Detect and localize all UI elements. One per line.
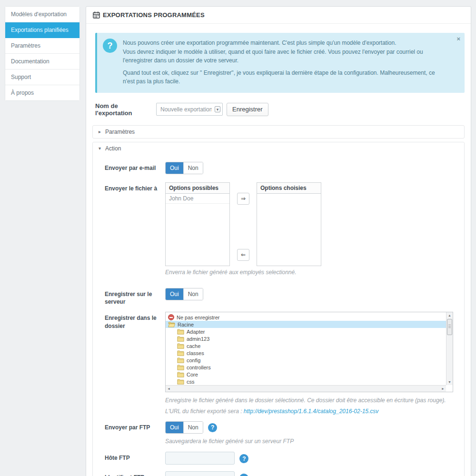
send-email-toggle: Oui Non — [165, 162, 203, 174]
send-file-hint: Enverra le fichier généré aux employés s… — [165, 269, 457, 276]
export-url-prefix: L'URL du fichier exporté sera : — [165, 408, 244, 415]
save-folder-row: Enregistrer dans le dossier Ne pas enreg… — [105, 312, 457, 415]
tree-item-racine[interactable]: Racine — [166, 321, 446, 328]
ftp-label: Envoyer par FTP — [105, 421, 165, 445]
dual-list-controls: ⇒ ⇐ — [230, 182, 257, 266]
options-choisies-header: Options choisies — [257, 182, 321, 194]
folder-icon — [177, 379, 184, 385]
sidebar-item-a-propos[interactable]: À propos — [5, 85, 79, 100]
options-possibles-list[interactable]: John Doe — [165, 194, 230, 266]
dual-listbox: Options possibles John Doe ⇒ ⇐ Options c — [165, 182, 457, 266]
folder-tree: Ne pas enregistrer Racine — [165, 312, 453, 392]
tree-item-label: Core — [187, 372, 198, 377]
info-alert: ? Nous pouvons créer une exportation pro… — [95, 33, 465, 93]
sidebar-item-exportations-planifiees[interactable]: Exportations planifiées — [5, 22, 79, 38]
tree-item-label: Adapter — [187, 329, 205, 335]
panel-header: EXPORTATIONS PROGRAMMÉES — [86, 7, 471, 24]
accordion-parametres-label: Paramètres — [105, 129, 135, 135]
folder-icon — [177, 350, 184, 356]
save-button[interactable]: Enregistrer — [227, 103, 268, 116]
info-alert-text: Nous pouvons créer une exportation progr… — [123, 39, 458, 86]
accordion-action-label: Action — [105, 145, 121, 152]
autofill-icon[interactable]: ▾ — [215, 106, 220, 112]
folder-icon — [177, 343, 184, 349]
caret-down-icon: ▾ — [99, 146, 101, 151]
options-possibles-box: Options possibles John Doe — [165, 182, 230, 266]
accordion-parametres: ▸ Paramètres — [92, 125, 465, 139]
save-folder-label: Enregistrer dans le dossier — [105, 312, 165, 415]
tree-item-folder[interactable]: Core — [166, 371, 446, 378]
scroll-up-icon[interactable]: ▲ — [446, 312, 453, 318]
ftp-user-help-icon[interactable]: ? — [239, 474, 248, 476]
ftp-no-button[interactable]: Non — [183, 422, 203, 433]
vertical-scrollbar-thumb[interactable] — [447, 319, 452, 335]
tree-item-folder[interactable]: css — [166, 378, 446, 385]
accordion-action-header[interactable]: ▾ Action — [93, 142, 464, 155]
tree-item-label: css — [187, 379, 195, 385]
accordion-parametres-header[interactable]: ▸ Paramètres — [92, 125, 465, 139]
tree-item-folder[interactable]: admin123 — [166, 335, 446, 342]
move-left-button[interactable]: ⇐ — [237, 249, 249, 261]
folder-icon — [177, 372, 184, 377]
save-server-toggle: Oui Non — [165, 288, 203, 300]
export-name-input[interactable] — [156, 103, 223, 116]
ftp-user-input[interactable] — [165, 471, 235, 476]
export-name-row: Nom de l'exportation ▾ Enregistrer — [95, 102, 471, 117]
save-server-no-button[interactable]: Non — [183, 288, 203, 300]
action-section-body: Envoyer par e-mail Oui Non Envoyer le fi… — [93, 155, 464, 476]
page: Modèles d'exportation Exportations plani… — [0, 0, 476, 476]
horizontal-scrollbar[interactable]: ◄ ► — [166, 385, 446, 392]
folder-icon — [177, 365, 184, 370]
tree-item-folder[interactable]: config — [166, 357, 446, 364]
ftp-hint: Sauvegardera le fichier généré sur un se… — [165, 438, 457, 445]
ftp-help-icon[interactable]: ? — [208, 423, 217, 432]
options-possibles-header: Options possibles — [165, 182, 230, 194]
export-url-link[interactable]: http://dev/prestashop/1.6.1.4/catalog_20… — [244, 408, 379, 415]
sidebar-item-modeles-exportation[interactable]: Modèles d'exportation — [5, 7, 79, 22]
close-icon[interactable]: × — [456, 36, 460, 42]
send-file-to-label: Envoyer le fichier à — [105, 182, 165, 286]
tree-item-folder[interactable]: Adapter — [166, 328, 446, 335]
tree-item-folder[interactable]: cache — [166, 342, 446, 349]
list-item-employee[interactable]: John Doe — [166, 194, 229, 204]
tree-item-label: cache — [187, 343, 200, 349]
accordion-action: ▾ Action Envoyer par e-mail Oui Non — [92, 142, 465, 476]
options-choisies-list[interactable] — [257, 194, 321, 266]
folder-icon — [177, 357, 184, 363]
info-line-3: Quand tout est ok, cliquez sur " Enregis… — [123, 69, 446, 86]
sidebar-item-support[interactable]: Support — [5, 69, 79, 85]
tree-item-label: controllers — [187, 365, 211, 370]
vertical-scrollbar[interactable]: ▲ ▼ — [446, 312, 453, 385]
send-email-label: Envoyer par e-mail — [105, 162, 165, 174]
folder-tree-viewport: Ne pas enregistrer Racine — [166, 312, 446, 385]
save-server-row: Enregistrer sur le serveur Oui Non — [105, 288, 457, 306]
question-circle-icon: ? — [103, 39, 117, 53]
tree-item-label: config — [187, 357, 200, 363]
move-right-button[interactable]: ⇒ — [237, 193, 249, 205]
tree-item-folder[interactable]: classes — [166, 349, 446, 357]
ftp-yes-button[interactable]: Oui — [166, 422, 183, 433]
ftp-host-help-icon[interactable]: ? — [239, 454, 248, 463]
scroll-down-icon[interactable]: ▼ — [446, 379, 453, 385]
ftp-host-input[interactable] — [165, 452, 235, 465]
send-email-row: Envoyer par e-mail Oui Non — [105, 162, 457, 174]
scroll-left-icon[interactable]: ◄ — [166, 386, 172, 392]
main-panel: EXPORTATIONS PROGRAMMÉES ? Nous pouvons … — [86, 6, 471, 476]
send-email-no-button[interactable]: Non — [183, 162, 203, 174]
tree-item-no-save[interactable]: Ne pas enregistrer — [166, 314, 446, 321]
tree-item-label: Racine — [178, 322, 194, 327]
save-folder-hint: Enregistre le fichier généré dans le dos… — [165, 397, 457, 404]
save-server-label: Enregistrer sur le serveur — [105, 288, 165, 306]
tree-item-label: classes — [187, 350, 204, 356]
module-sidebar: Modèles d'exportation Exportations plani… — [5, 6, 80, 101]
tree-item-folder[interactable]: controllers — [166, 364, 446, 371]
send-email-yes-button[interactable]: Oui — [166, 162, 183, 174]
folder-icon — [177, 336, 184, 342]
tree-item-label: Ne pas enregistrer — [177, 315, 220, 320]
no-entry-icon — [168, 314, 174, 320]
save-server-yes-button[interactable]: Oui — [166, 288, 183, 300]
sidebar-item-documentation[interactable]: Documentation — [5, 54, 79, 69]
scroll-right-icon[interactable]: ► — [440, 386, 446, 392]
caret-right-icon: ▸ — [99, 129, 101, 134]
sidebar-item-parametres[interactable]: Paramètres — [5, 38, 79, 54]
